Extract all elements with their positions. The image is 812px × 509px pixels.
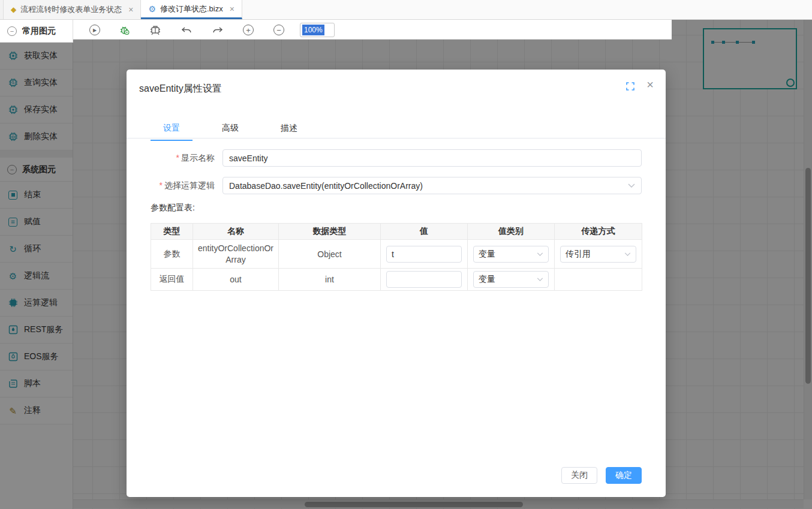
col-datatype: 数据类型 [279,224,381,240]
tab-close-icon[interactable]: × [230,4,234,14]
workflow-diamond-icon: ◆ [11,6,16,13]
chevron-down-icon [628,183,635,188]
run-play-icon: ▶ [89,25,100,35]
cell-name: out [193,269,279,291]
undo-button[interactable] [179,22,194,38]
collapse-icon[interactable]: − [7,26,17,36]
zoom-in-icon: + [243,25,254,35]
zoom-level-input[interactable]: 100% [300,23,335,37]
param-config-table: 类型 名称 数据类型 值 值类别 传递方式 参数 entityOrCollect… [151,223,642,291]
chevron-down-icon [624,252,631,256]
canvas-toolbar: ▶ + − 100% [73,20,672,40]
col-name: 名称 [193,224,279,240]
tab-workflow-status[interactable]: ◆ 流程流转时修改表单业务状态 × [4,0,141,19]
zoom-out-button[interactable]: − [271,22,287,38]
table-row: 参数 entityOrCollectionOrArray Object 变量 传… [151,240,642,269]
col-value-category: 值类别 [468,224,555,240]
logic-select-row: *选择运算逻辑 DatabaseDao.saveEntity(entityOrC… [127,177,666,194]
redo-arrow-icon [212,24,224,36]
param-value-input[interactable] [386,246,462,263]
run-button[interactable]: ▶ [87,22,103,38]
return-value-input[interactable] [386,271,462,288]
required-mark: * [160,180,163,190]
cell-type: 返回值 [151,269,193,291]
redo-button[interactable] [210,22,225,38]
dialog-footer: 关闭 确定 [561,467,642,484]
dialog-title: saveEntity属性设置 [139,83,222,95]
required-mark: * [176,153,179,162]
chevron-down-icon [537,252,543,256]
confirm-button[interactable]: 确定 [606,467,642,484]
bizx-gear-icon: ⚙ [148,5,156,13]
undo-arrow-icon [181,24,193,36]
editor-tabbar: ◆ 流程流转时修改表单业务状态 × ⚙ 修改订单状态.bizx × [0,0,812,20]
fullscreen-icon[interactable] [626,82,634,91]
tabs-divider [127,138,666,138]
pass-mode-select[interactable]: 传引用 [560,246,636,263]
sidebar-group-title: 常用图元 [22,26,56,37]
display-name-label: *显示名称 [127,149,215,167]
app-window: 获取实体 查询实体 保存实体 删除实体 − 系统图元 结束 [0,0,812,509]
tab-close-icon[interactable]: × [128,5,133,14]
display-name-row: *显示名称 [127,149,666,167]
debug-button[interactable] [148,22,163,38]
cell-datatype: Object [279,240,381,269]
value-category-select[interactable]: 变量 [473,246,549,263]
display-name-input[interactable] [222,149,642,167]
logic-select-label: *选择运算逻辑 [127,177,215,194]
tab-label: 流程流转时修改表单业务状态 [20,4,122,15]
value-category-select[interactable]: 变量 [473,271,549,288]
pass-mode-value: 传引用 [566,249,591,260]
cell-pass-mode-empty [555,269,642,291]
save-entity-properties-dialog: saveEntity属性设置 × 设置 高级 描述 *显示名称 *选择运算逻辑 … [127,70,666,497]
value-category-value: 变量 [479,249,495,260]
cell-name: entityOrCollectionOrArray [194,243,277,266]
col-value: 值 [381,224,468,240]
tab-label: 修改订单状态.bizx [160,4,223,14]
table-row: 返回值 out int 变量 [151,269,642,291]
operation-logic-value: DatabaseDao.saveEntity(entityOrCollectio… [229,181,423,191]
col-pass-mode: 传递方式 [555,224,642,240]
chevron-down-icon [537,278,543,281]
debug-bug-green-icon [119,24,131,36]
sidebar-group-common[interactable]: − 常用图元 [0,20,73,43]
dialog-close-icon[interactable]: × [646,78,654,92]
debug-run-button[interactable] [117,22,133,38]
zoom-in-button[interactable]: + [240,22,256,38]
table-header-row: 类型 名称 数据类型 值 值类别 传递方式 [151,224,642,240]
close-button[interactable]: 关闭 [561,467,597,484]
tab-order-status-bizx[interactable]: ⚙ 修改订单状态.bizx × [141,0,242,19]
operation-logic-select[interactable]: DatabaseDao.saveEntity(entityOrCollectio… [222,177,642,194]
cell-datatype: int [279,269,381,291]
value-category-value: 变量 [479,274,495,285]
zoom-out-icon: − [273,25,284,35]
param-table-label: 参数配置表: [151,203,195,213]
zoom-level-value: 100% [302,25,324,35]
debug-bug-icon [149,24,161,36]
col-type: 类型 [151,224,193,240]
cell-type: 参数 [151,240,193,269]
